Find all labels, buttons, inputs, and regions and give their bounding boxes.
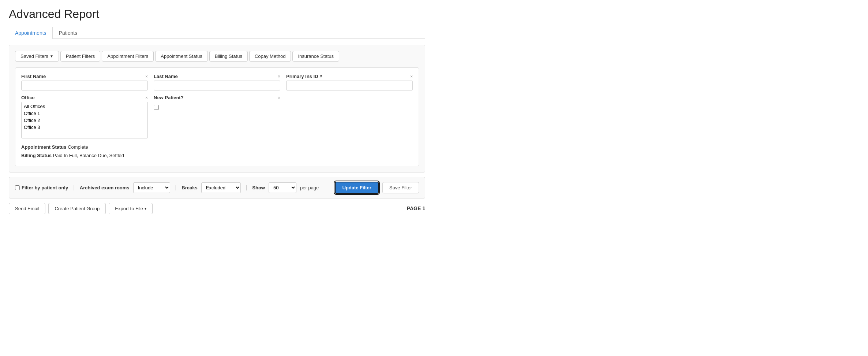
save-filter-button[interactable]: Save Filter xyxy=(382,182,419,193)
appointment-status-value-text: Complete xyxy=(68,144,88,150)
update-filter-button[interactable]: Update Filter xyxy=(335,182,378,194)
first-name-input[interactable] xyxy=(21,81,148,90)
archived-exam-rooms-select[interactable]: Include Exclude xyxy=(133,182,170,193)
appointment-status-summary-label: Appointment Status xyxy=(21,144,67,150)
office-option-3[interactable]: Office 3 xyxy=(22,124,147,131)
new-patient-group: New Patient? × xyxy=(154,95,280,138)
tab-appointments[interactable]: Appointments xyxy=(9,27,53,39)
page-indicator: PAGE 1 xyxy=(407,205,425,211)
filter-buttons-row: Saved Filters ▼ Patient Filters Appointm… xyxy=(15,51,419,62)
fields-grid-row1: First Name × Last Name × Primary Ins ID … xyxy=(21,74,413,90)
bottom-controls-panel: Filter by patient only | Archived exam r… xyxy=(9,177,425,199)
export-dropdown-icon: ▾ xyxy=(145,207,146,211)
filter-panel: Saved Filters ▼ Patient Filters Appointm… xyxy=(9,45,425,173)
office-select[interactable]: All Offices Office 1 Office 2 Office 3 xyxy=(21,102,148,138)
tabs-row: Appointments Patients xyxy=(9,27,425,39)
office-option-all[interactable]: All Offices xyxy=(22,103,147,110)
breaks-label: Breaks xyxy=(182,185,197,190)
new-patient-label: New Patient? xyxy=(154,95,184,100)
show-label: Show xyxy=(252,185,265,190)
billing-status-value-text: Paid In Full, Balance Due, Settled xyxy=(53,153,124,158)
breaks-select[interactable]: Excluded Included xyxy=(201,182,241,193)
primary-ins-id-close-icon[interactable]: × xyxy=(410,74,413,79)
office-close-icon[interactable]: × xyxy=(145,96,148,100)
create-patient-group-button[interactable]: Create Patient Group xyxy=(48,203,106,214)
primary-ins-id-label: Primary Ins ID # xyxy=(286,74,322,79)
separator-1: | xyxy=(73,185,75,190)
summary-section: Appointment Status Complete Billing Stat… xyxy=(21,143,413,160)
separator-2: | xyxy=(175,185,177,190)
insurance-status-button[interactable]: Insurance Status xyxy=(292,51,339,62)
billing-status-summary-label: Billing Status xyxy=(21,153,52,158)
per-page-label: per page xyxy=(300,185,319,190)
billing-status-button[interactable]: Billing Status xyxy=(209,51,248,62)
copay-method-button[interactable]: Copay Method xyxy=(249,51,291,62)
billing-status-summary: Billing Status Paid In Full, Balance Due… xyxy=(21,151,413,160)
office-label: Office xyxy=(21,95,35,100)
filter-by-patient-only-label[interactable]: Filter by patient only xyxy=(15,185,68,190)
tab-patients[interactable]: Patients xyxy=(53,27,84,39)
show-per-page-select[interactable]: 10 25 50 100 xyxy=(269,182,296,193)
office-group: Office × All Offices Office 1 Office 2 O… xyxy=(21,95,148,138)
primary-ins-id-group: Primary Ins ID # × xyxy=(286,74,413,90)
patient-filters-button[interactable]: Patient Filters xyxy=(60,51,100,62)
export-to-file-button[interactable]: Export to File ▾ xyxy=(109,203,153,214)
primary-ins-id-input[interactable] xyxy=(286,81,413,90)
first-name-label: First Name xyxy=(21,74,46,79)
last-name-input[interactable] xyxy=(154,81,280,90)
appointment-status-summary: Appointment Status Complete xyxy=(21,143,413,151)
export-to-file-label: Export to File xyxy=(115,206,143,211)
footer-left-buttons: Send Email Create Patient Group Export t… xyxy=(9,203,153,214)
first-name-close-icon[interactable]: × xyxy=(145,74,148,79)
last-name-close-icon[interactable]: × xyxy=(278,74,280,79)
filter-by-patient-only-text: Filter by patient only xyxy=(22,185,68,190)
saved-filters-button[interactable]: Saved Filters ▼ xyxy=(15,51,59,62)
empty-col xyxy=(286,95,413,138)
first-name-group: First Name × xyxy=(21,74,148,90)
appointment-status-button[interactable]: Appointment Status xyxy=(155,51,207,62)
caret-down-icon: ▼ xyxy=(50,54,53,58)
last-name-label: Last Name xyxy=(154,74,178,79)
filter-by-patient-only-checkbox[interactable] xyxy=(15,185,20,190)
page-title: Advanced Report xyxy=(9,7,425,21)
appointment-filters-button[interactable]: Appointment Filters xyxy=(102,51,154,62)
separator-3: | xyxy=(246,185,247,190)
new-patient-close-icon[interactable]: × xyxy=(278,96,280,100)
send-email-button[interactable]: Send Email xyxy=(9,203,45,214)
office-option-1[interactable]: Office 1 xyxy=(22,110,147,117)
last-name-group: Last Name × xyxy=(154,74,280,90)
office-option-2[interactable]: Office 2 xyxy=(22,117,147,124)
archived-exam-rooms-label: Archived exam rooms xyxy=(80,185,130,190)
footer-row: Send Email Create Patient Group Export t… xyxy=(9,203,425,214)
new-patient-checkbox[interactable] xyxy=(154,105,159,110)
fields-section: First Name × Last Name × Primary Ins ID … xyxy=(15,67,419,166)
fields-grid-row2: Office × All Offices Office 1 Office 2 O… xyxy=(21,95,413,138)
